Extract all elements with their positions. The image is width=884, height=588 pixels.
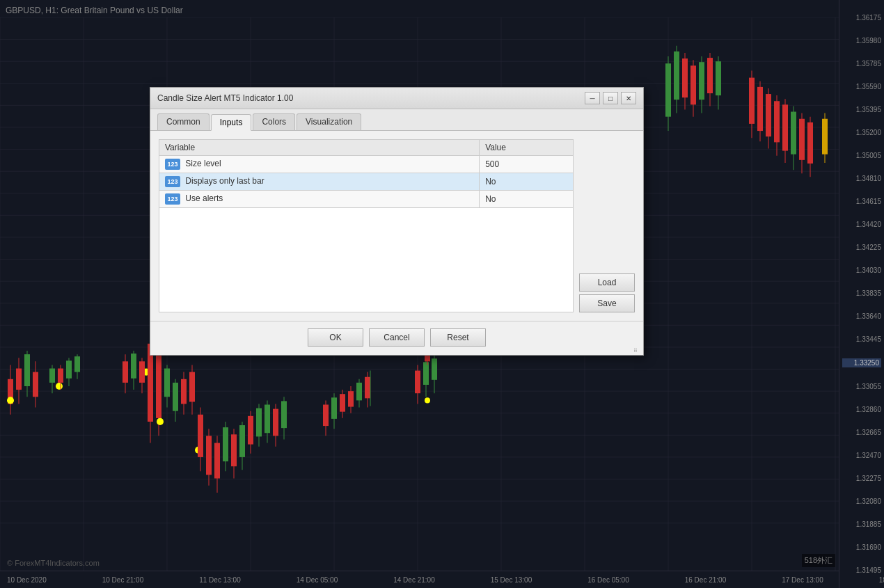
svg-point-52 [7,397,14,404]
minimize-button[interactable]: ─ [585,92,600,104]
ok-button[interactable]: OK [308,328,363,347]
svg-rect-63 [156,347,161,418]
resize-handle[interactable] [633,345,642,353]
price-11: 1.34225 [842,244,881,251]
svg-rect-54 [123,361,128,383]
time-7: 16 Dec 05:00 [587,576,629,584]
reset-button[interactable]: Reset [430,328,486,347]
price-21: 1.32275 [842,475,881,482]
table-wrapper: Variable Value 123 Size level 500 [159,139,574,312]
price-20: 1.32470 [842,452,881,459]
svg-rect-91 [265,405,270,434]
svg-rect-110 [415,371,420,394]
col-value: Value [480,140,574,156]
price-24: 1.31690 [842,543,881,551]
row3-variable: 123 Use alerts [159,191,480,208]
svg-rect-85 [239,425,245,457]
dialog-controls: ─ □ ✕ [585,92,636,104]
price-7: 1.35005 [842,152,881,159]
svg-rect-81 [223,427,228,461]
maximize-button[interactable]: □ [603,92,618,104]
price-13: 1.33835 [842,289,881,297]
price-12: 1.34030 [842,267,881,274]
svg-rect-105 [356,383,362,400]
price-15: 1.33445 [842,335,881,343]
svg-rect-93 [273,409,278,436]
svg-rect-49 [66,360,72,378]
price-axis: 1.36175 1.35980 1.35785 1.35590 1.35395 … [839,0,884,588]
svg-rect-89 [256,408,262,437]
svg-rect-157 [749,78,755,124]
dialog-titlebar: Candle Size Alert MT5 Indicator 1.00 ─ □… [150,88,643,109]
svg-rect-66 [164,369,170,397]
svg-rect-72 [189,372,195,402]
row2-icon: 123 [165,176,180,187]
svg-rect-165 [782,104,788,150]
tab-visualization[interactable]: Visualization [297,113,361,130]
svg-rect-38 [16,369,22,390]
svg-rect-57 [131,353,136,379]
price-6: 1.35200 [842,129,881,136]
svg-rect-171 [807,122,813,164]
svg-rect-112 [423,362,429,385]
svg-point-64 [157,418,164,425]
svg-rect-147 [682,58,688,97]
svg-rect-167 [791,112,796,154]
svg-rect-51 [74,356,80,372]
svg-rect-87 [248,416,253,445]
tab-inputs[interactable]: Inputs [211,114,252,131]
time-2: 10 Dec 21:00 [102,576,144,584]
svg-rect-143 [665,63,671,116]
svg-rect-163 [774,101,780,142]
price-8: 1.34810 [842,175,881,182]
dialog-content: Variable Value 123 Size level 500 [150,131,643,321]
price-19: 1.32665 [842,429,881,436]
price-23: 1.31885 [842,521,881,528]
tab-common[interactable]: Common [157,113,210,130]
svg-rect-95 [281,401,287,428]
load-button[interactable]: Load [579,273,635,292]
svg-rect-59 [139,361,145,383]
table-row[interactable]: 123 Use alerts No [159,191,574,208]
price-16-highlighted: 1.33250 [842,358,881,367]
tab-bar: Common Inputs Colors Visualization [150,109,643,131]
time-9: 17 Dec 13:00 [782,576,823,584]
time-4: 14 Dec 05:00 [297,576,338,584]
svg-rect-83 [231,434,237,466]
close-button[interactable]: ✕ [621,92,636,104]
svg-rect-79 [214,443,220,479]
tab-colors[interactable]: Colors [253,113,295,130]
time-6: 15 Dec 13:00 [491,576,532,584]
table-row[interactable]: 123 Size level 500 [159,156,574,173]
table-row[interactable]: 123 Displays only last bar No [159,173,574,191]
price-2: 1.35980 [842,37,881,45]
cancel-button[interactable]: Cancel [369,328,425,347]
watermark-right: 518外汇 [802,554,835,567]
row3-value: No [480,191,574,208]
row2-variable: 123 Displays only last bar [159,173,480,191]
price-4: 1.35590 [842,83,881,90]
time-5: 14 Dec 21:00 [393,576,435,584]
row3-icon: 123 [165,193,180,205]
dialog-footer: OK Cancel Reset [150,321,643,355]
svg-point-43 [56,383,63,390]
price-1: 1.36175 [842,14,881,22]
svg-rect-70 [181,379,187,404]
time-axis: 10 Dec 2020 10 Dec 21:00 11 Dec 13:00 14… [0,571,839,588]
svg-point-117 [425,397,430,403]
time-1: 10 Dec 2020 [7,576,47,584]
col-variable: Variable [159,140,480,156]
row1-value: 500 [480,156,574,173]
svg-rect-151 [699,62,704,100]
price-5: 1.35395 [842,106,881,113]
row1-variable: 123 Size level [159,156,480,173]
svg-rect-40 [24,354,30,386]
svg-rect-169 [799,119,805,160]
svg-rect-161 [766,94,771,136]
svg-rect-77 [206,436,212,475]
watermark-left: © ForexMT4Indicators.com [7,559,100,567]
svg-rect-68 [173,383,178,411]
price-22: 1.32080 [842,498,881,505]
price-14: 1.33640 [842,312,881,320]
save-button[interactable]: Save [579,294,635,312]
